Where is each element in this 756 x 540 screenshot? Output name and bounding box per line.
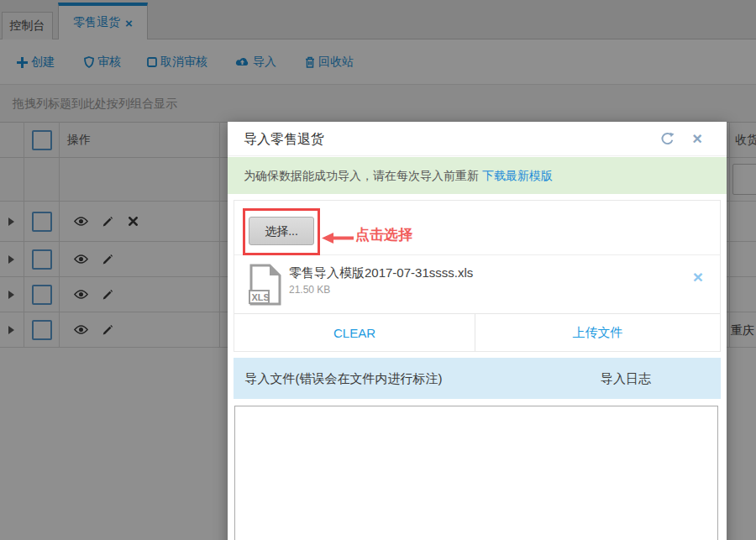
notice-text: 为确保数据能成功导入，请在每次导入前重新 (244, 169, 482, 182)
dialog-title: 导入零售退货 (244, 122, 324, 156)
file-select-section: 选择... 点击选择 (234, 201, 720, 254)
dialog-header: 导入零售退货 × (228, 122, 727, 156)
tab-import-files[interactable]: 导入文件(错误会在文件内进行标注) (245, 358, 443, 399)
download-template-link[interactable]: 下载最新模版 (482, 169, 553, 182)
close-icon[interactable]: × (688, 129, 706, 148)
notice-banner: 为确保数据能成功导入，请在每次导入前重新 下载最新模版 (228, 157, 727, 194)
annotation-label: 点击选择 (355, 225, 412, 244)
upload-file-button[interactable]: 上传文件 (475, 314, 720, 351)
file-size: 21.50 KB (289, 284, 330, 296)
remove-file-icon[interactable]: × (688, 267, 708, 287)
tab-import-log[interactable]: 导入日志 (601, 358, 651, 399)
refresh-icon[interactable] (658, 129, 676, 148)
xls-file-icon: XLS (249, 264, 282, 306)
import-log-panel (234, 406, 718, 540)
file-name: 零售导入模版2017-07-31ssss.xls (289, 265, 473, 281)
clear-button[interactable]: CLEAR (234, 314, 475, 351)
annotation-arrow-icon (322, 232, 354, 244)
app-screen: 控制台 零售退货 × 创建 审核 取消审核 导入 (0, 0, 756, 540)
upload-panel: 选择... 点击选择 XLS 零售导入模版2017-07-31ssss.xls … (234, 200, 721, 352)
file-row: XLS 零售导入模版2017-07-31ssss.xls 21.50 KB × (234, 254, 720, 313)
import-result-tabs: 导入文件(错误会在文件内进行标注) 导入日志 (234, 358, 721, 399)
select-file-button[interactable]: 选择... (249, 217, 314, 245)
svg-text:XLS: XLS (252, 292, 270, 302)
import-dialog: 导入零售退货 × 为确保数据能成功导入，请在每次导入前重新 下载最新模版 选择.… (228, 122, 727, 540)
upload-actions: CLEAR 上传文件 (234, 313, 720, 351)
